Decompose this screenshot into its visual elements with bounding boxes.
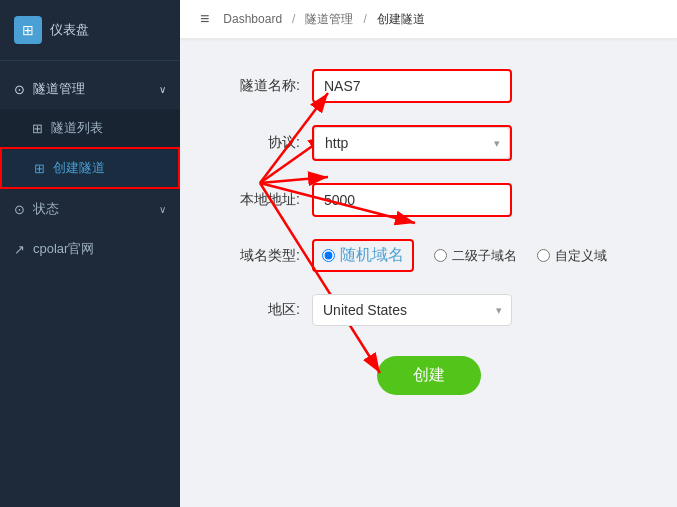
tunnel-name-label: 隧道名称:	[220, 77, 300, 95]
form-row-local-addr: 本地地址:	[220, 183, 637, 217]
protocol-label: 协议:	[220, 134, 300, 152]
radio-custom-domain[interactable]	[537, 249, 550, 262]
protocol-select[interactable]: http https tcp	[314, 127, 510, 159]
sidebar: ⊞ 仪表盘 ⊙ 隧道管理 ∨ ⊞ 隧道列表 ⊞ 创建隧道 ⊙ 状态 ∨	[0, 0, 180, 507]
main-content: ≡ Dashboard / 隧道管理 / 创建隧道	[180, 0, 677, 507]
region-select-wrapper: United States China Europe ▾	[312, 294, 512, 326]
sidebar-item-cpolar[interactable]: ↗ cpolar官网	[0, 229, 180, 269]
breadcrumb-dashboard[interactable]: Dashboard	[223, 12, 282, 26]
region-select[interactable]: United States China Europe	[312, 294, 512, 326]
sidebar-item-label-status: 状态	[33, 200, 59, 218]
tunnel-mgmt-icon: ⊙	[14, 82, 25, 97]
sidebar-logo: ⊞ 仪表盘	[0, 0, 180, 61]
chevron-down-icon-status: ∨	[159, 204, 166, 215]
sidebar-item-create-tunnel[interactable]: ⊞ 创建隧道	[0, 147, 180, 189]
breadcrumb-sep-2: /	[363, 12, 366, 26]
form-row-region: 地区: United States China Europe ▾	[220, 294, 637, 326]
chevron-down-icon: ∨	[159, 84, 166, 95]
domain-type-label: 域名类型:	[220, 247, 300, 265]
radio-custom-domain-label[interactable]: 自定义域	[555, 247, 607, 265]
form-row-domain-type: 域名类型: 随机域名 二级子域名 自定义域	[220, 239, 637, 272]
menu-toggle-icon[interactable]: ≡	[200, 10, 209, 28]
region-label: 地区:	[220, 301, 300, 319]
create-button[interactable]: 创建	[377, 356, 481, 395]
form-row-protocol: 协议: http https tcp ▾	[220, 125, 637, 161]
external-link-icon: ↗	[14, 242, 25, 257]
sidebar-item-tunnel-list[interactable]: ⊞ 隧道列表	[0, 109, 180, 147]
tunnel-list-icon: ⊞	[32, 121, 43, 136]
breadcrumb-tunnel-mgmt[interactable]: 隧道管理	[305, 11, 353, 28]
sidebar-sub-menu: ⊞ 隧道列表 ⊞ 创建隧道	[0, 109, 180, 189]
annotation-arrows	[180, 39, 677, 507]
page-header: ≡ Dashboard / 隧道管理 / 创建隧道	[180, 0, 677, 39]
status-icon: ⊙	[14, 202, 25, 217]
breadcrumb-create-tunnel: 创建隧道	[377, 11, 425, 28]
sidebar-item-label-cpolar: cpolar官网	[33, 240, 94, 258]
sidebar-item-status[interactable]: ⊙ 状态 ∨	[0, 189, 180, 229]
sidebar-logo-text: 仪表盘	[50, 21, 89, 39]
radio-second-domain[interactable]	[434, 249, 447, 262]
radio-random-domain-label[interactable]: 随机域名	[340, 245, 404, 266]
protocol-select-wrapper: http https tcp ▾	[312, 125, 512, 161]
local-addr-input[interactable]	[312, 183, 512, 217]
radio-random-domain[interactable]	[322, 249, 335, 262]
radio-random-domain-wrapper: 随机域名	[312, 239, 414, 272]
radio-custom-domain-item: 自定义域	[537, 247, 607, 265]
local-addr-label: 本地地址:	[220, 191, 300, 209]
create-tunnel-icon: ⊞	[34, 161, 45, 176]
sidebar-item-label-create-tunnel: 创建隧道	[53, 159, 105, 177]
sidebar-item-tunnel-mgmt[interactable]: ⊙ 隧道管理 ∨	[0, 69, 180, 109]
sidebar-item-label-tunnel-list: 隧道列表	[51, 119, 103, 137]
dashboard-icon: ⊞	[14, 16, 42, 44]
tunnel-name-input[interactable]	[312, 69, 512, 103]
form-area: 隧道名称: 协议: http https tcp ▾ 本地地址: 域名类型:	[180, 39, 677, 507]
sidebar-item-label-tunnel-mgmt: 隧道管理	[33, 80, 85, 98]
radio-second-domain-item: 二级子域名	[434, 247, 517, 265]
form-row-tunnel-name: 隧道名称:	[220, 69, 637, 103]
submit-row: 创建	[220, 356, 637, 395]
domain-type-radio-group: 随机域名 二级子域名 自定义域	[312, 239, 607, 272]
sidebar-nav: ⊙ 隧道管理 ∨ ⊞ 隧道列表 ⊞ 创建隧道 ⊙ 状态 ∨ ↗ cpolar官网	[0, 61, 180, 507]
breadcrumb-sep-1: /	[292, 12, 295, 26]
radio-second-domain-label[interactable]: 二级子域名	[452, 247, 517, 265]
